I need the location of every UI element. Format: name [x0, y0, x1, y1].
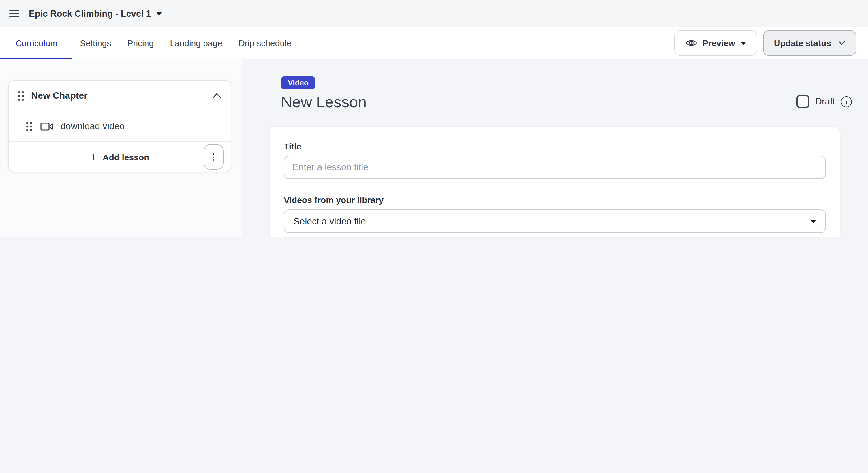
hamburger-menu-icon[interactable]	[9, 10, 19, 17]
select-value: Select a video file	[293, 216, 366, 227]
drag-handle-icon[interactable]	[18, 91, 24, 101]
chapter-options-button[interactable]: ⋮	[204, 144, 224, 169]
eye-icon	[685, 39, 697, 47]
lesson-form-card: Title Videos from your library Select a …	[269, 127, 840, 236]
tab-label: Pricing	[127, 38, 154, 48]
draft-label: Draft	[815, 97, 835, 107]
tab-label: Settings	[80, 38, 111, 48]
lesson-title: download video	[61, 121, 125, 131]
add-lesson-label: Add lesson	[103, 152, 149, 162]
preview-label: Preview	[703, 38, 735, 48]
tabs: Curriculum Settings Pricing Landing page…	[0, 27, 299, 59]
tab-pricing[interactable]: Pricing	[119, 27, 162, 59]
tab-label: Curriculum	[16, 38, 57, 48]
lesson-editor: Video New Lesson Draft i Title Videos fr…	[242, 59, 868, 236]
lesson-row[interactable]: download video	[9, 111, 231, 141]
tab-landing-page[interactable]: Landing page	[162, 27, 230, 59]
page-title: New Lesson	[281, 93, 367, 112]
tab-label: Drip schedule	[239, 38, 291, 48]
caret-down-icon	[156, 12, 162, 15]
tab-curriculum[interactable]: Curriculum	[0, 27, 72, 59]
info-icon[interactable]: i	[841, 96, 852, 107]
video-library-select[interactable]: Select a video file	[284, 210, 826, 233]
plus-icon: +	[90, 151, 97, 163]
tab-settings[interactable]: Settings	[72, 27, 119, 59]
tab-bar: Curriculum Settings Pricing Landing page…	[0, 27, 868, 59]
lesson-title-input[interactable]	[284, 156, 826, 179]
caret-down-icon	[810, 220, 816, 223]
title-label: Title	[284, 141, 826, 151]
update-status-button[interactable]: Update status	[763, 30, 857, 56]
update-status-label: Update status	[774, 38, 831, 48]
lesson-header: Video New Lesson Draft i	[281, 76, 852, 112]
tabbar-actions: Preview Update status	[674, 30, 868, 56]
course-admin-app: Epic Rock Climbing - Level 1 Curriculum …	[0, 0, 868, 236]
kebab-icon: ⋮	[209, 152, 218, 162]
video-camera-icon	[40, 122, 54, 131]
caret-down-icon	[741, 41, 746, 45]
chapter-collapse-icon[interactable]	[212, 93, 221, 99]
drag-handle-icon[interactable]	[26, 121, 32, 131]
chevron-down-icon	[838, 39, 845, 47]
preview-button[interactable]: Preview	[674, 30, 757, 56]
add-lesson-row: + Add lesson ⋮	[9, 141, 231, 172]
lesson-type-badge: Video	[281, 76, 315, 89]
course-title: Epic Rock Climbing - Level 1	[29, 8, 151, 19]
chapter-header-row[interactable]: New Chapter	[9, 81, 231, 111]
chapter-title: New Chapter	[31, 91, 88, 101]
curriculum-sidebar: New Chapter download video + Add lesson …	[0, 59, 242, 236]
draft-toggle-group: Draft i	[797, 95, 852, 112]
draft-checkbox[interactable]	[797, 95, 809, 108]
tab-label: Landing page	[170, 38, 222, 48]
course-title-dropdown[interactable]: Epic Rock Climbing - Level 1	[29, 8, 162, 19]
library-label: Videos from your library	[284, 195, 826, 205]
add-lesson-button[interactable]: + Add lesson	[90, 151, 149, 163]
tab-drip-schedule[interactable]: Drip schedule	[230, 27, 299, 59]
chapter-card: New Chapter download video + Add lesson …	[8, 80, 231, 172]
topbar: Epic Rock Climbing - Level 1	[0, 0, 868, 27]
lesson-heading-group: Video New Lesson	[281, 76, 367, 112]
